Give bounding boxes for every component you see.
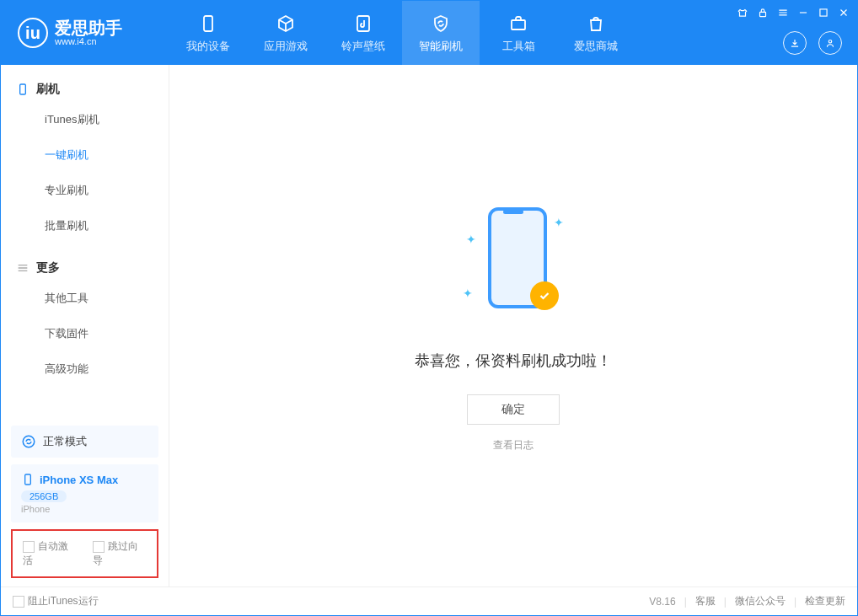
svg-rect-1 <box>357 16 369 31</box>
svg-rect-8 <box>25 474 31 485</box>
menu-icon[interactable] <box>776 6 790 19</box>
link-update[interactable]: 检查更新 <box>805 594 845 608</box>
nav-tab-device[interactable]: 我的设备 <box>169 1 247 65</box>
statusbar: 阻止iTunes运行 V8.16 | 客服 | 微信公众号 | 检查更新 <box>1 587 857 615</box>
app-window: iu 爱思助手 www.i4.cn 我的设备 应用游戏 铃声壁纸 智能刷机 <box>0 0 858 616</box>
lock-icon[interactable] <box>756 6 770 19</box>
svg-rect-2 <box>512 20 525 29</box>
sidebar-item-itunes-flash[interactable]: iTunes刷机 <box>1 102 169 137</box>
close-icon[interactable] <box>837 6 850 19</box>
sidebar-item-oneclick-flash[interactable]: 一键刷机 <box>1 137 169 173</box>
titlebar-right-icons <box>783 31 842 55</box>
view-log-link[interactable]: 查看日志 <box>493 438 534 453</box>
device-info-box[interactable]: iPhone XS Max 256GB iPhone <box>11 464 158 522</box>
sidebar-section-flash: 刷机 <box>1 77 169 102</box>
checkbox-auto-activate[interactable]: 自动激活 <box>23 539 78 568</box>
logo-icon: iu <box>18 18 48 48</box>
device-name: iPhone XS Max <box>40 474 118 486</box>
svg-point-7 <box>23 436 35 447</box>
device-mode-box[interactable]: 正常模式 <box>11 426 158 458</box>
sidebar-item-pro-flash[interactable]: 专业刷机 <box>1 173 169 208</box>
download-icon[interactable] <box>783 31 807 55</box>
phone-small-icon <box>21 473 35 486</box>
body-area: 刷机 iTunes刷机 一键刷机 专业刷机 批量刷机 更多 其他工具 下载固件 … <box>1 65 857 587</box>
tshirt-icon[interactable] <box>736 6 749 19</box>
main-content: ✦ ✦ ✦ 恭喜您，保资料刷机成功啦！ 确定 查看日志 <box>169 65 857 587</box>
device-panel: 正常模式 iPhone XS Max 256GB iPhone 自动激活 跳过向… <box>1 426 169 587</box>
list-icon <box>16 261 29 275</box>
checkbox-block-itunes[interactable]: 阻止iTunes运行 <box>13 594 99 608</box>
checkbox-skip-guide[interactable]: 跳过向导 <box>93 539 147 568</box>
maximize-icon[interactable] <box>817 6 830 19</box>
link-wechat[interactable]: 微信公众号 <box>735 594 786 608</box>
user-icon[interactable] <box>818 31 842 55</box>
svg-rect-3 <box>760 12 766 16</box>
svg-rect-6 <box>20 84 26 94</box>
svg-point-5 <box>829 40 832 44</box>
app-url: www.i4.cn <box>55 36 122 46</box>
shield-refresh-icon <box>430 13 452 35</box>
sidebar-item-advanced[interactable]: 高级功能 <box>1 351 169 387</box>
checkmark-badge-icon <box>530 281 559 310</box>
sync-icon <box>21 434 36 449</box>
bag-icon <box>585 13 607 35</box>
cube-icon <box>275 13 297 35</box>
nav-tab-flash[interactable]: 智能刷机 <box>402 1 480 65</box>
svg-rect-0 <box>204 16 212 31</box>
svg-rect-4 <box>820 9 827 16</box>
sidebar-item-other-tools[interactable]: 其他工具 <box>1 281 169 316</box>
device-type: iPhone <box>21 504 148 514</box>
sparkle-icon: ✦ <box>466 233 476 246</box>
success-message: 恭喜您，保资料刷机成功啦！ <box>415 351 612 371</box>
phone-illustration: ✦ ✦ ✦ <box>463 199 564 325</box>
device-mode-label: 正常模式 <box>43 434 87 449</box>
phone-notch-icon <box>503 210 523 214</box>
device-storage-badge: 256GB <box>21 490 67 502</box>
titlebar: iu 爱思助手 www.i4.cn 我的设备 应用游戏 铃声壁纸 智能刷机 <box>1 1 857 65</box>
music-file-icon <box>352 13 374 35</box>
nav-tab-ringtones[interactable]: 铃声壁纸 <box>324 1 402 65</box>
link-support[interactable]: 客服 <box>695 594 716 608</box>
nav-tabs: 我的设备 应用游戏 铃声壁纸 智能刷机 工具箱 爱思商城 <box>169 1 635 65</box>
sidebar-item-batch-flash[interactable]: 批量刷机 <box>1 208 169 244</box>
phone-icon <box>197 13 219 35</box>
nav-tab-apps[interactable]: 应用游戏 <box>247 1 324 65</box>
version-label: V8.16 <box>649 596 675 608</box>
window-controls <box>736 6 850 19</box>
sidebar-section-more: 更多 <box>1 255 169 281</box>
ok-button[interactable]: 确定 <box>467 394 560 425</box>
logo-area: iu 爱思助手 www.i4.cn <box>1 18 169 48</box>
sparkle-icon: ✦ <box>554 216 564 229</box>
highlighted-options-box: 自动激活 跳过向导 <box>11 529 158 578</box>
nav-tab-store[interactable]: 爱思商城 <box>557 1 635 65</box>
sidebar-item-download-firmware[interactable]: 下载固件 <box>1 316 169 351</box>
app-name: 爱思助手 <box>55 19 122 36</box>
sparkle-icon: ✦ <box>463 287 473 300</box>
briefcase-icon <box>507 13 529 35</box>
device-icon <box>16 83 29 96</box>
sidebar: 刷机 iTunes刷机 一键刷机 专业刷机 批量刷机 更多 其他工具 下载固件 … <box>1 65 169 587</box>
minimize-icon[interactable] <box>796 6 810 19</box>
nav-tab-toolbox[interactable]: 工具箱 <box>480 1 557 65</box>
